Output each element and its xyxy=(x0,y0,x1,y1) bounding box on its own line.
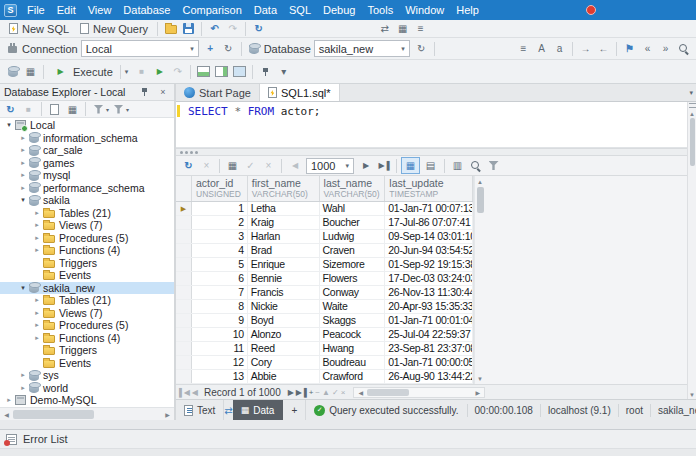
scroll-right-icon[interactable]: ▶ xyxy=(471,387,484,398)
grid-view-button[interactable]: ▦ xyxy=(401,157,420,174)
tab-sql1-sql[interactable]: SQL1.sql* xyxy=(260,84,340,101)
cell-first-name[interactable]: Boyd xyxy=(248,314,320,327)
tree-item-views-7[interactable]: ▸Views (7) xyxy=(0,219,174,232)
menu-help[interactable]: Help xyxy=(450,0,485,20)
menu-database[interactable]: Database xyxy=(117,0,176,20)
expand-arrow-icon[interactable]: ▸ xyxy=(31,246,43,254)
cell-last-name[interactable]: Boucher xyxy=(320,216,386,229)
menu-window[interactable]: Window xyxy=(399,0,450,20)
cell-actor-id[interactable]: 5 xyxy=(192,258,248,271)
refresh-databases-button[interactable]: ↻ xyxy=(413,41,430,57)
tree-item-procedures-5[interactable]: ▸Procedures (5) xyxy=(0,232,174,245)
collapse-arrow-icon[interactable]: ▾ xyxy=(17,196,29,204)
tree-item-sakila-new[interactable]: ▾sakila_new xyxy=(0,282,174,295)
expand-arrow-icon[interactable]: ▸ xyxy=(17,171,29,179)
cell-last-name[interactable]: Crawford xyxy=(320,370,386,383)
tree-item-events[interactable]: Events xyxy=(0,357,174,370)
tab-text[interactable]: Text xyxy=(176,400,224,421)
attach-database-button[interactable] xyxy=(4,64,21,80)
cell-actor-id[interactable]: 13 xyxy=(192,370,248,383)
cell-first-name[interactable]: Nickie xyxy=(248,300,320,313)
find-in-results-button[interactable] xyxy=(467,158,484,174)
cell-actor-id[interactable]: 8 xyxy=(192,300,248,313)
cell-actor-id[interactable]: 3 xyxy=(192,230,248,243)
cell-last-update[interactable]: 17-Dec-03 03:24:03 xyxy=(385,272,473,285)
stop-button[interactable]: ■ xyxy=(133,64,150,80)
close-panel-button[interactable]: × xyxy=(156,86,170,99)
splitter-grip[interactable] xyxy=(180,151,198,154)
save-button[interactable] xyxy=(180,21,197,37)
refresh-connection-button[interactable]: ↻ xyxy=(220,41,237,57)
error-list-bar[interactable]: Error List xyxy=(0,429,696,449)
split-editor-handle[interactable] xyxy=(689,103,696,108)
tab-data[interactable]: ▦ Data xyxy=(233,400,284,421)
tree-item-tables-21[interactable]: ▸Tables (21) xyxy=(0,207,174,220)
column-header-actor-id[interactable]: actor_idUNSIGNED xyxy=(192,176,248,201)
row-selector[interactable] xyxy=(176,216,192,229)
rollback-button[interactable]: × xyxy=(260,158,277,174)
auto-hide-pin-button[interactable] xyxy=(138,86,152,99)
menu-tools[interactable]: Tools xyxy=(361,0,399,20)
cell-first-name[interactable]: Bennie xyxy=(248,272,320,285)
next-bookmark-button[interactable]: » xyxy=(657,41,674,57)
prev-bookmark-button[interactable]: « xyxy=(639,41,656,57)
next-page-button[interactable]: ▶ xyxy=(357,158,374,174)
row-selector[interactable] xyxy=(176,342,192,355)
row-selector[interactable] xyxy=(176,314,192,327)
scroll-down-icon[interactable]: ▼ xyxy=(475,373,486,384)
scroll-thumb[interactable] xyxy=(367,389,409,396)
tree-item-information-schema[interactable]: ▸information_schema xyxy=(0,132,174,145)
cell-first-name[interactable]: Francis xyxy=(248,286,320,299)
new-connection-button[interactable]: + xyxy=(202,41,219,57)
new-data-comparison-button[interactable]: ⇄ xyxy=(376,21,393,37)
expand-arrow-icon[interactable]: ▸ xyxy=(31,221,43,229)
collapse-arrow-icon[interactable]: ▾ xyxy=(17,284,29,292)
tree-item-sys[interactable]: ▸sys xyxy=(0,369,174,382)
results-bottom-layout-button[interactable] xyxy=(195,64,212,80)
menu-data[interactable]: Data xyxy=(248,0,283,20)
cell-last-update[interactable]: 01-Jan-71 00:07:13 xyxy=(385,202,473,215)
stop-refresh-button[interactable]: ■ xyxy=(20,102,37,116)
cell-last-name[interactable]: Boudreau xyxy=(320,356,386,369)
post-edit-button[interactable]: ✓ xyxy=(332,388,338,397)
cell-actor-id[interactable]: 10 xyxy=(192,328,248,341)
find-button[interactable] xyxy=(675,41,692,57)
results-window-layout-button[interactable] xyxy=(231,64,248,80)
format-sql-button[interactable]: ≡ xyxy=(515,41,532,57)
select-all-corner[interactable] xyxy=(176,176,192,201)
tree-item-demo-mysql[interactable]: ▸Demo-MySQL xyxy=(0,394,174,407)
cell-last-update[interactable]: 01-Jan-71 00:01:04 xyxy=(385,314,473,327)
cell-actor-id[interactable]: 11 xyxy=(192,342,248,355)
cell-first-name[interactable]: Harlan xyxy=(248,230,320,243)
cell-first-name[interactable]: Reed xyxy=(248,342,320,355)
row-selector[interactable] xyxy=(176,370,192,383)
database-button[interactable] xyxy=(246,41,263,57)
scroll-track[interactable] xyxy=(367,389,471,396)
collapse-arrow-icon[interactable]: ▾ xyxy=(3,121,15,129)
filter-results-button[interactable] xyxy=(485,158,502,174)
column-header-last-name[interactable]: last_nameVARCHAR(50) xyxy=(320,176,386,201)
sql-editor[interactable]: SELECT * FROM actor; xyxy=(176,102,696,148)
row-selector[interactable] xyxy=(176,230,192,243)
cell-actor-id[interactable]: 6 xyxy=(192,272,248,285)
prev-page-button[interactable]: ◀ xyxy=(286,158,303,174)
undo-button[interactable]: ↶ xyxy=(206,21,223,37)
row-selector[interactable] xyxy=(176,244,192,257)
scroll-up-icon[interactable]: ▲ xyxy=(475,176,486,187)
next-record-button[interactable]: ▶ xyxy=(288,388,293,397)
tab-list-button[interactable]: ▾ xyxy=(689,89,693,97)
lowercase-button[interactable]: a xyxy=(551,41,568,57)
expand-arrow-icon[interactable]: ▸ xyxy=(17,159,29,167)
cell-first-name[interactable]: Enrique xyxy=(248,258,320,271)
card-view-button[interactable]: ▤ xyxy=(421,157,440,174)
editor-vscrollbar[interactable]: ▲ ▼ xyxy=(687,102,696,399)
row-selector[interactable] xyxy=(176,300,192,313)
execute-button[interactable]: ▶ Execute ▾ xyxy=(48,62,132,81)
swap-views-button[interactable]: ⇄ xyxy=(224,405,232,416)
cell-first-name[interactable]: Letha xyxy=(248,202,320,215)
scroll-down-icon[interactable]: ▼ xyxy=(688,390,696,399)
cell-first-name[interactable]: Cory xyxy=(248,356,320,369)
menu-sql[interactable]: SQL xyxy=(283,0,317,20)
open-file-button[interactable] xyxy=(162,21,179,37)
tree-item-mysql[interactable]: ▸mysql xyxy=(0,169,174,182)
